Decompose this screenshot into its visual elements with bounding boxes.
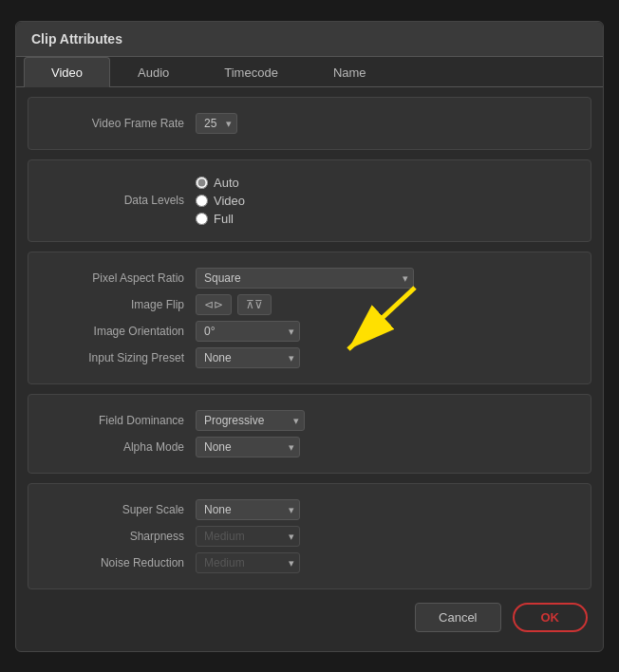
field-dominance-label: Field Dominance <box>44 414 196 427</box>
sharpness-label: Sharpness <box>44 530 196 543</box>
data-levels-label: Data Levels <box>44 194 196 207</box>
field-section: Field Dominance Progressive Alpha Mode N… <box>28 394 591 474</box>
tab-audio[interactable]: Audio <box>110 57 197 87</box>
field-dominance-row: Field Dominance Progressive <box>44 410 575 431</box>
cancel-button[interactable]: Cancel <box>415 603 500 632</box>
super-scale-select-wrapper: None <box>196 499 300 520</box>
field-dominance-select[interactable]: Progressive <box>196 410 305 431</box>
image-flip-label: Image Flip <box>44 298 196 311</box>
frame-rate-section: Video Frame Rate 25 <box>28 97 591 150</box>
input-sizing-row: Input Sizing Preset None <box>44 347 575 368</box>
radio-auto-label: Auto <box>214 176 239 190</box>
image-orientation-row: Image Orientation 0° <box>44 321 575 342</box>
dialog-title: Clip Attributes <box>16 22 603 57</box>
radio-full-label: Full <box>214 212 234 226</box>
pixel-aspect-select-wrapper: Square <box>196 268 414 289</box>
frame-rate-row: Video Frame Rate 25 <box>44 113 575 134</box>
radio-auto-row: Auto <box>196 176 245 190</box>
input-sizing-select[interactable]: None <box>196 347 300 368</box>
input-sizing-select-wrapper: None <box>196 347 300 368</box>
flip-horizontal-button[interactable]: ⊲⊳ <box>196 294 232 315</box>
sharpness-row: Sharpness Medium <box>44 526 575 547</box>
noise-reduction-label: Noise Reduction <box>44 556 196 569</box>
noise-reduction-select-wrapper: Medium <box>196 552 300 573</box>
ok-button[interactable]: OK <box>513 603 589 632</box>
radio-full-row: Full <box>196 212 245 226</box>
super-scale-select[interactable]: None <box>196 499 300 520</box>
radio-auto[interactable] <box>196 177 208 189</box>
pixel-aspect-select[interactable]: Square <box>196 268 414 289</box>
sharpness-select[interactable]: Medium <box>196 526 300 547</box>
field-dominance-select-wrapper: Progressive <box>196 410 305 431</box>
alpha-mode-label: Alpha Mode <box>44 440 196 454</box>
radio-video[interactable] <box>196 195 208 207</box>
frame-rate-select-wrapper: 25 <box>196 113 237 134</box>
super-scale-row: Super Scale None <box>44 499 575 520</box>
tab-timecode[interactable]: Timecode <box>197 57 306 87</box>
noise-reduction-select[interactable]: Medium <box>196 552 300 573</box>
radio-video-label: Video <box>214 194 245 208</box>
flip-vertical-button[interactable]: ⊼⊽ <box>237 294 272 315</box>
input-sizing-label: Input Sizing Preset <box>44 351 196 364</box>
radio-video-row: Video <box>196 194 245 208</box>
super-scale-section: Super Scale None Sharpness Medium Noise … <box>28 483 591 589</box>
flip-buttons-group: ⊲⊳ ⊼⊽ <box>196 294 272 315</box>
pixel-aspect-label: Pixel Aspect Ratio <box>44 271 196 285</box>
super-scale-label: Super Scale <box>44 503 196 516</box>
frame-rate-select[interactable]: 25 <box>196 113 237 134</box>
frame-rate-label: Video Frame Rate <box>44 117 196 130</box>
alpha-mode-row: Alpha Mode None <box>44 437 575 457</box>
clip-attributes-dialog: Clip Attributes Video Audio Timecode Nam… <box>15 21 604 652</box>
data-levels-row: Data Levels Auto Video Full <box>44 176 575 226</box>
sharpness-select-wrapper: Medium <box>196 526 300 547</box>
dialog-footer: Cancel OK <box>31 603 588 632</box>
tab-video[interactable]: Video <box>24 57 110 87</box>
image-flip-row: Image Flip ⊲⊳ ⊼⊽ <box>44 294 575 315</box>
alpha-mode-select-wrapper: None <box>196 437 300 457</box>
image-orientation-select[interactable]: 0° <box>196 321 300 342</box>
data-levels-section: Data Levels Auto Video Full <box>28 159 591 242</box>
radio-full[interactable] <box>196 213 208 225</box>
alpha-mode-select[interactable]: None <box>196 437 300 457</box>
pixel-section: Pixel Aspect Ratio Square Image Flip ⊲⊳ … <box>28 252 591 384</box>
noise-reduction-row: Noise Reduction Medium <box>44 552 575 573</box>
image-orientation-select-wrapper: 0° <box>196 321 300 342</box>
tab-bar: Video Audio Timecode Name <box>16 57 603 87</box>
data-levels-radio-group: Auto Video Full <box>196 176 245 226</box>
pixel-aspect-row: Pixel Aspect Ratio Square <box>44 268 575 289</box>
image-orientation-label: Image Orientation <box>44 325 196 338</box>
tab-name[interactable]: Name <box>306 57 394 87</box>
